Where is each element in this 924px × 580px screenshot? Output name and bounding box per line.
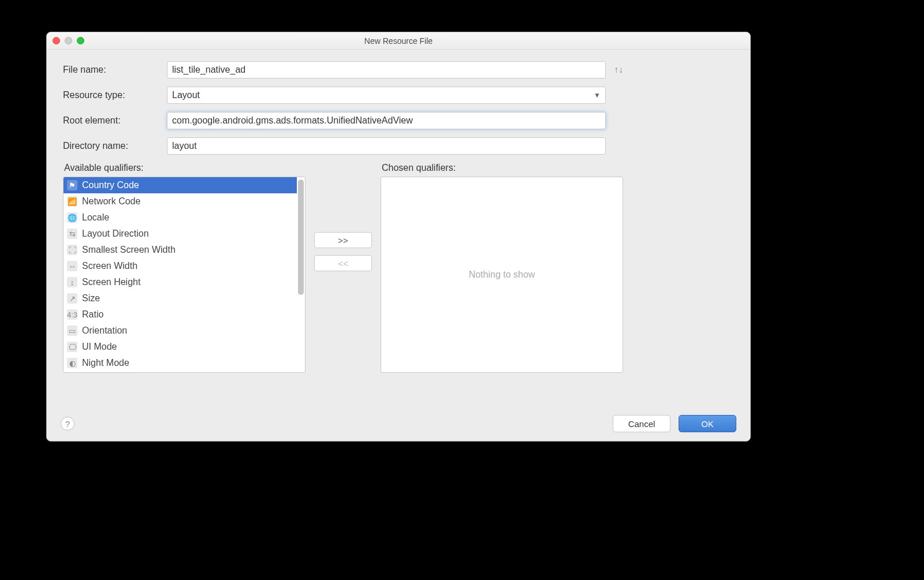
list-item[interactable]: 4:3Ratio xyxy=(64,306,297,323)
qualifier-label: Smallest Screen Width xyxy=(82,245,176,255)
resource-type-label: Resource type: xyxy=(63,90,167,100)
qualifier-label: Orientation xyxy=(82,325,127,336)
available-qualifiers-list[interactable]: ⚑Country Code📶Network Code🌐Locale⇆Layout… xyxy=(63,177,305,373)
qualifier-icon: ↔ xyxy=(67,261,77,271)
window-controls xyxy=(53,37,84,44)
chosen-empty-text: Nothing to show xyxy=(469,270,535,280)
maximize-icon[interactable] xyxy=(77,37,84,44)
titlebar: New Resource File xyxy=(47,32,750,50)
root-element-input[interactable] xyxy=(167,112,606,129)
file-name-input[interactable] xyxy=(167,61,606,78)
qualifier-label: Country Code xyxy=(82,180,139,190)
window-title: New Resource File xyxy=(47,36,750,46)
qualifier-label: Screen Width xyxy=(82,261,137,271)
remove-qualifier-button[interactable]: << xyxy=(314,255,372,271)
qualifier-icon: ⇆ xyxy=(67,229,77,239)
qualifier-icon: ↗ xyxy=(67,293,77,304)
sort-toggle-icon[interactable]: ↑↓ xyxy=(614,65,623,75)
resource-type-select[interactable]: Layout ▼ xyxy=(167,87,606,104)
list-item[interactable]: 📶Network Code xyxy=(64,193,297,209)
list-item[interactable]: 🌐Locale xyxy=(64,209,297,226)
list-item[interactable]: ⚑Country Code xyxy=(64,177,297,193)
qualifier-icon: 🌐 xyxy=(67,212,77,223)
directory-name-input[interactable] xyxy=(167,137,606,155)
qualifier-icon: 🖵 xyxy=(67,342,77,352)
directory-name-label: Directory name: xyxy=(63,141,167,151)
ok-button[interactable]: OK xyxy=(679,415,736,432)
qualifier-label: Night Mode xyxy=(82,358,129,368)
help-button[interactable]: ? xyxy=(61,417,74,431)
list-item[interactable]: ↕Screen Height xyxy=(64,274,297,290)
chosen-qualifiers-label: Chosen qualifiers: xyxy=(382,163,623,173)
qualifier-label: Network Code xyxy=(82,196,140,207)
scrollbar-thumb[interactable] xyxy=(298,179,304,295)
qualifier-label: Layout Direction xyxy=(82,229,149,239)
qualifier-label: Screen Height xyxy=(82,277,140,287)
root-element-label: Root element: xyxy=(63,115,167,126)
available-qualifiers-label: Available qualifiers: xyxy=(64,163,305,173)
cancel-button[interactable]: Cancel xyxy=(613,415,670,432)
scrollbar[interactable] xyxy=(298,178,304,371)
qualifier-icon: ⚑ xyxy=(67,180,77,190)
qualifier-label: Size xyxy=(82,293,100,304)
chevron-down-icon: ▼ xyxy=(594,91,601,99)
qualifier-icon: ↕ xyxy=(67,277,77,287)
resource-type-value: Layout xyxy=(172,90,200,100)
minimize-icon xyxy=(65,37,72,44)
chosen-qualifiers-list[interactable]: Nothing to show xyxy=(381,177,623,373)
new-resource-dialog: New Resource File File name: ↑↓ Resource… xyxy=(46,32,751,441)
add-qualifier-button[interactable]: >> xyxy=(314,232,372,248)
list-item[interactable]: 🖵UI Mode xyxy=(64,339,297,355)
qualifier-label: Ratio xyxy=(82,309,103,320)
list-item[interactable]: ↗Size xyxy=(64,290,297,306)
list-item[interactable]: ▭Orientation xyxy=(64,323,297,339)
list-item[interactable]: ⇆Layout Direction xyxy=(64,226,297,242)
qualifier-label: UI Mode xyxy=(82,342,117,352)
qualifier-icon: 📶 xyxy=(67,196,77,207)
qualifier-icon: ⛶ xyxy=(67,245,77,255)
qualifier-icon: 4:3 xyxy=(67,309,77,320)
list-item[interactable]: ⛶Smallest Screen Width xyxy=(64,242,297,258)
qualifier-icon: ▭ xyxy=(67,325,77,336)
qualifier-label: Locale xyxy=(82,212,109,223)
qualifier-icon: ◐ xyxy=(67,358,77,368)
file-name-label: File name: xyxy=(63,65,167,75)
list-item[interactable]: ◐Night Mode xyxy=(64,355,297,371)
close-icon[interactable] xyxy=(53,37,60,44)
list-item[interactable]: ↔Screen Width xyxy=(64,258,297,274)
